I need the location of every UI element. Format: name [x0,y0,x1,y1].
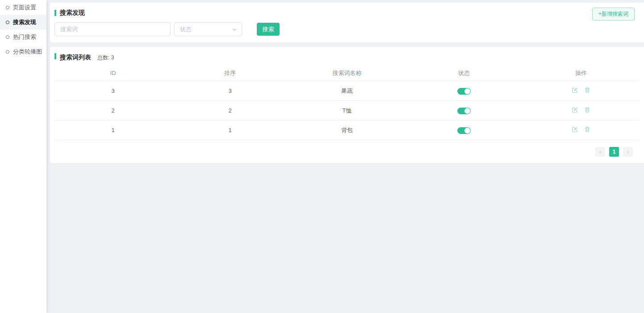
sidebar-item-page-settings[interactable]: 页面设置 [0,0,46,15]
cell-status [406,126,523,134]
column-header-sort: 排序 [171,69,289,77]
cell-name: 果蔬 [289,87,406,95]
sidebar-item-label: 分类轮播图 [13,48,42,56]
trash-icon[interactable] [584,126,590,133]
filter-row: 状态 搜索 [54,22,640,36]
table-header-row: ID 排序 搜索词名称 状态 操作 [54,65,640,81]
pagination: ‹ 1 › [54,147,633,157]
search-word-table: ID 排序 搜索词名称 状态 操作 3 3 果蔬 [54,65,640,140]
cell-status [406,87,523,94]
pagination-page-1[interactable]: 1 [609,147,619,157]
cell-actions [523,126,640,134]
circle-icon [6,50,9,54]
title-accent-bar [54,53,56,59]
add-search-word-button[interactable]: +新增搜索词 [592,8,635,21]
pagination-prev-button[interactable]: ‹ [595,147,605,157]
title-accent-bar [54,10,56,16]
cell-id: 2 [54,107,171,114]
sidebar-item-label: 页面设置 [13,4,36,12]
edit-icon[interactable] [572,87,578,93]
table-row: 3 3 果蔬 [54,81,640,101]
search-panel-title: 搜索发现 [54,9,640,17]
cell-actions [523,107,640,114]
table-title-text: 搜索词列表 [60,54,91,62]
sidebar-item-category-carousel[interactable]: 分类轮播图 [0,44,46,59]
column-header-id: ID [54,70,171,76]
cell-name: 背包 [289,126,406,134]
app-window: 页面设置 搜索发现 热门搜索 分类轮播图 搜索发现 状态 [0,0,644,313]
circle-icon [6,6,9,9]
table-row: 1 1 背包 [54,121,640,140]
status-toggle[interactable] [457,127,471,134]
table-row: 2 2 T恤 [54,101,640,121]
table-panel-title: 搜索词列表 总数: 3 [54,53,640,62]
circle-icon [6,35,9,39]
edit-icon[interactable] [572,126,578,133]
cell-actions [523,87,640,95]
column-header-name: 搜索词名称 [289,69,406,77]
trash-icon[interactable] [584,107,590,113]
main-content: 搜索发现 状态 搜索 +新增搜索词 搜索词列表 [46,0,644,313]
search-word-list-panel: 搜索词列表 总数: 3 ID 排序 搜索词名称 状态 操作 3 3 果蔬 [50,47,644,163]
status-toggle[interactable] [457,88,471,95]
status-toggle[interactable] [457,108,471,114]
sidebar-item-hot-search[interactable]: 热门搜索 [0,29,46,44]
column-header-actions: 操作 [523,69,640,77]
total-count: 总数: 3 [97,54,114,62]
search-panel: 搜索发现 状态 搜索 +新增搜索词 [50,3,644,42]
trash-icon[interactable] [584,87,590,93]
sidebar-item-label: 搜索发现 [13,18,36,26]
cell-status [406,107,523,114]
sidebar-item-label: 热门搜索 [13,33,36,41]
edit-icon[interactable] [572,107,578,113]
keyword-input[interactable] [54,22,171,36]
search-button[interactable]: 搜索 [257,23,280,36]
status-select-placeholder: 状态 [180,25,192,33]
circle-icon [6,21,9,24]
cell-id: 3 [54,88,171,94]
sidebar: 页面设置 搜索发现 热门搜索 分类轮播图 [0,0,46,313]
sidebar-item-search-discovery[interactable]: 搜索发现 [0,15,46,29]
chevron-down-icon [232,27,237,32]
toggle-knob [464,88,470,94]
status-select[interactable]: 状态 [174,22,242,36]
cell-name: T恤 [289,107,406,115]
toggle-knob [464,128,470,134]
cell-sort: 3 [171,88,289,94]
column-header-status: 状态 [406,69,523,77]
cell-sort: 2 [171,107,289,114]
search-panel-title-text: 搜索发现 [60,9,85,17]
pagination-next-button[interactable]: › [623,147,633,157]
cell-id: 1 [54,127,171,134]
cell-sort: 1 [171,127,289,134]
toggle-knob [464,108,470,114]
